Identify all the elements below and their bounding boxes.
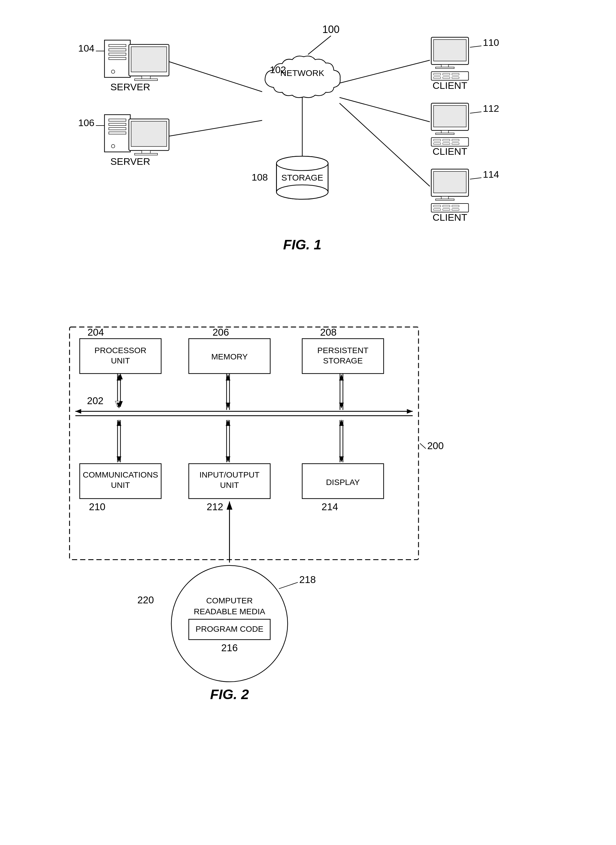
label-memory: MEMORY (211, 352, 248, 361)
svg-rect-63 (436, 199, 454, 200)
label-computer-readable: COMPUTER (206, 596, 252, 605)
ref-112: 112 (483, 103, 499, 114)
label-network: NETWORK (280, 68, 324, 78)
svg-rect-35 (434, 40, 466, 61)
svg-line-0 (308, 36, 331, 54)
label-io: INPUT/OUTPUT (199, 470, 260, 479)
ref-214: 214 (322, 501, 338, 512)
ref-102: 102 (270, 64, 286, 75)
svg-line-115 (279, 582, 298, 589)
label-comms: COMMUNICATIONS (83, 470, 158, 479)
ref-202: 202 (87, 395, 104, 406)
label-display: DISPLAY (326, 478, 360, 487)
label-program-code: PROGRAM CODE (195, 624, 263, 634)
ref-212: 212 (207, 501, 223, 512)
label-client2: CLIENT (433, 146, 467, 157)
ref-206: 206 (213, 327, 229, 337)
svg-rect-22 (135, 153, 158, 155)
label-server2: SERVER (110, 156, 150, 167)
svg-rect-61 (434, 172, 466, 193)
label-storage: STORAGE (281, 173, 323, 182)
svg-rect-38 (431, 72, 469, 80)
label-processor-unit2: UNIT (111, 356, 130, 365)
svg-point-31 (277, 185, 328, 199)
svg-rect-51 (431, 138, 469, 146)
svg-line-24 (169, 120, 262, 136)
svg-line-59 (340, 97, 430, 122)
label-client3: CLIENT (433, 212, 467, 223)
svg-rect-10 (135, 79, 158, 81)
ref-114: 114 (483, 169, 499, 180)
fig2-diagram: 200 PROCESSOR UNIT 204 MEMORY 206 PERSIS… (23, 310, 593, 711)
ref-104: 104 (78, 43, 95, 54)
ref-110: 110 (483, 37, 499, 48)
svg-line-45 (470, 46, 481, 47)
ref-216: 216 (221, 643, 238, 653)
ref-210: 210 (89, 501, 106, 512)
ref-204: 204 (87, 327, 104, 337)
label-client1: CLIENT (433, 80, 467, 91)
fig2-title: FIG. 2 (210, 687, 249, 702)
svg-rect-20 (131, 121, 167, 147)
label-persistent: PERSISTENT (317, 346, 368, 355)
svg-rect-8 (131, 47, 167, 72)
label-io2: UNIT (220, 480, 239, 490)
svg-line-72 (340, 103, 430, 186)
svg-rect-64 (431, 204, 469, 212)
svg-line-12 (169, 62, 262, 92)
ref-108: 108 (252, 172, 268, 183)
ref-220: 220 (137, 594, 154, 605)
ref-218: 218 (299, 574, 316, 585)
label-persistent2: STORAGE (323, 356, 362, 365)
svg-rect-1 (105, 40, 131, 78)
fig1-diagram: 100 104 SERVER (23, 17, 593, 264)
ref-100: 100 (322, 23, 339, 35)
fig1-title: FIG. 1 (283, 237, 321, 252)
ref-200: 200 (427, 440, 444, 451)
label-server1: SERVER (110, 81, 150, 92)
svg-point-32 (277, 156, 328, 170)
fig2-container: 200 PROCESSOR UNIT 204 MEMORY 206 PERSIS… (23, 310, 593, 712)
svg-line-58 (470, 112, 481, 113)
label-comms2: UNIT (111, 480, 130, 490)
label-processor-unit: PROCESSOR (94, 346, 146, 355)
ref-106: 106 (78, 117, 95, 128)
svg-rect-50 (436, 133, 454, 134)
fig1-container: 100 104 SERVER (23, 17, 593, 275)
svg-rect-37 (436, 67, 454, 69)
svg-line-74 (420, 443, 426, 449)
ref-208: 208 (320, 327, 337, 337)
svg-rect-13 (105, 114, 131, 152)
svg-rect-48 (434, 106, 466, 127)
svg-line-71 (470, 178, 481, 179)
page-content: 100 104 SERVER (23, 17, 593, 712)
svg-line-46 (340, 60, 430, 83)
label-computer-readable2: READABLE MEDIA (194, 607, 265, 616)
